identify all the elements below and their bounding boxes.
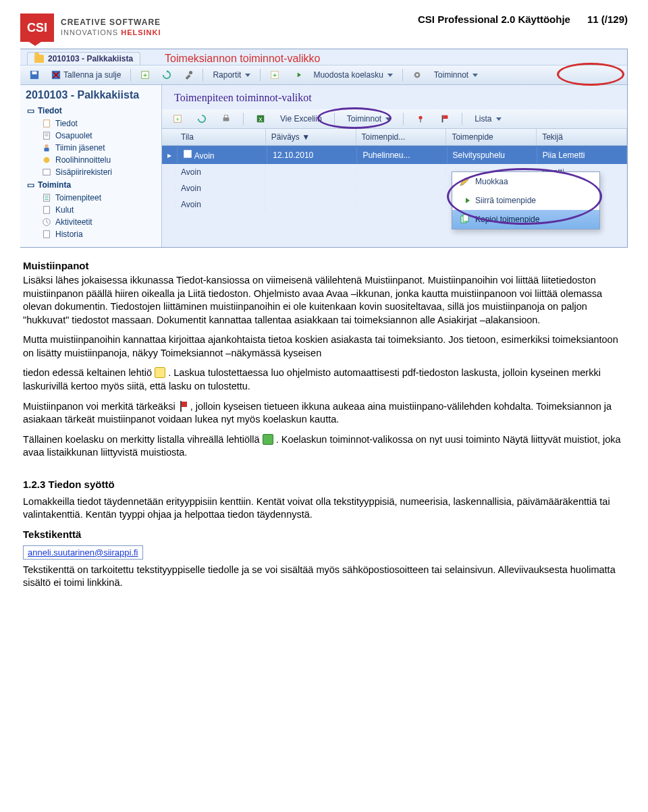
svg-rect-39 — [463, 215, 468, 221]
grid-header-toimenpide[interactable]: Toimenpide — [446, 129, 537, 145]
context-menu-siirra[interactable]: Siirrä toimenpide — [452, 191, 599, 210]
excel-icon[interactable]: X — [250, 112, 271, 126]
save-icon[interactable] — [24, 68, 45, 82]
save-close-label: Tallenna ja sulje — [63, 70, 121, 80]
sidebar: 2010103 - Palkkakiista ▭ Tiedot Tiedot O… — [20, 85, 162, 247]
sidebar-item-label: Kulut — [55, 205, 74, 215]
svg-rect-36 — [443, 115, 448, 119]
chevron-down-icon — [385, 117, 391, 121]
refresh-icon[interactable] — [157, 68, 177, 82]
svg-rect-37 — [184, 151, 192, 158]
sidebar-item-label: Toimenpiteet — [55, 193, 101, 202]
svg-rect-29 — [223, 117, 230, 121]
grid-header-toimenpid[interactable]: Toimenpid... — [356, 129, 447, 145]
svg-rect-26 — [44, 231, 50, 238]
svg-rect-22 — [44, 207, 50, 214]
brand-line2a: INNOVATIONS — [61, 28, 121, 36]
lista-button[interactable]: Lista — [469, 112, 506, 126]
move-icon — [459, 195, 470, 206]
cell-tila: Avoin — [181, 184, 201, 193]
toiminnot-button[interactable]: Toiminnot — [429, 68, 483, 82]
annotation-top: Toimeksiannon toiminnot-valikko — [165, 53, 320, 65]
save-close-button[interactable]: Tallenna ja sulje — [46, 68, 126, 82]
vie-exceliin-button[interactable]: Vie Exceliin — [275, 112, 327, 126]
svg-point-16 — [44, 157, 50, 163]
vie-exceliin-label: Vie Exceliin — [280, 114, 322, 124]
sidebar-item-tiedot[interactable]: Tiedot — [24, 117, 157, 130]
new-icon[interactable]: + — [135, 68, 155, 82]
annotation-side: Toimenpiteen toiminnot-valikot — [162, 89, 627, 109]
window-tab-label: 2010103 - Palkkakiista — [48, 54, 133, 63]
window-tab-bar: 2010103 - Palkkakiista Toimeksiannon toi… — [20, 49, 627, 65]
grid-header-tekija[interactable]: Tekijä — [537, 129, 627, 145]
cell-tila: Avoin — [181, 167, 201, 177]
paragraph-fragment: Tällainen koelasku on merkitty listalla … — [23, 434, 263, 445]
window-tab[interactable]: 2010103 - Palkkakiista — [27, 52, 140, 65]
sidebar-group-label: Toiminta — [38, 180, 71, 190]
svg-rect-10 — [44, 120, 50, 128]
grid-header: Tila Päiväys ▼ Toimenpid... Toimenpide T… — [162, 129, 627, 146]
tools-icon[interactable] — [178, 68, 198, 82]
new-row-icon[interactable]: + — [167, 112, 188, 126]
cell-tekija: Piia Lemetti — [537, 147, 627, 163]
toolbar-sep — [462, 113, 462, 125]
sidebar-item-rooli[interactable]: Roolihinnoittelu — [24, 154, 157, 166]
sidebar-item-kulut[interactable]: Kulut — [24, 204, 157, 216]
brand-line1: CREATIVE SOFTWARE — [61, 18, 161, 27]
flag-icon — [178, 401, 188, 412]
muodosta-button[interactable]: Muodosta koelasku — [308, 68, 398, 82]
grid-row-selected[interactable]: ▸ Avoin 12.10.2010 Puhelinneu... Selvity… — [162, 146, 627, 164]
svg-point-5 — [189, 71, 192, 74]
grid-header-paivays[interactable]: Päiväys ▼ — [266, 129, 356, 145]
sidebar-item-osapuolet[interactable]: Osapuolet — [24, 130, 157, 142]
svg-rect-34 — [420, 119, 421, 122]
sidebar-item-label: Sisäpiirirekisteri — [55, 167, 112, 177]
toolbar-sep — [403, 113, 404, 125]
grid-toiminnot-label: Toiminnot — [347, 114, 381, 124]
svg-rect-30 — [224, 115, 227, 118]
sidebar-group-tiedot[interactable]: ▭ Tiedot — [24, 104, 157, 117]
gear-icon[interactable] — [407, 68, 427, 82]
sidebar-item-toimenpiteet[interactable]: Toimenpiteet — [24, 192, 157, 204]
cell-tila: Avoin — [194, 151, 215, 161]
brand-line2: INNOVATIONS HELSINKI — [61, 27, 161, 37]
toolbar-sep — [402, 69, 403, 81]
yellow-note-icon — [155, 367, 165, 378]
context-menu-muokkaa[interactable]: Muokkaa — [452, 172, 599, 191]
toolbar-sep — [243, 113, 244, 125]
document-body: Muistiinpanot Lisäksi lähes jokaisessa i… — [20, 260, 628, 590]
grid-refresh-icon[interactable] — [192, 112, 212, 126]
chevron-down-icon — [245, 74, 250, 77]
toolbar-sep — [334, 113, 335, 125]
flag-action-icon[interactable] — [435, 112, 455, 126]
grid-toiminnot-button[interactable]: Toiminnot — [342, 112, 396, 126]
context-menu-kopioi[interactable]: Kopioi toimenpide — [452, 210, 599, 229]
context-menu-label: Kopioi toimenpide — [475, 215, 539, 224]
sidebar-item-aktiviteetit[interactable]: Aktiviteetit — [24, 216, 157, 228]
paragraph-fragment: tiedon edessä keltainen lehtiö — [23, 367, 155, 378]
sidebar-group-toiminta[interactable]: ▭ Toiminta — [24, 178, 157, 192]
cell-tila: Avoin — [181, 200, 201, 209]
sidebar-item-label: Historia — [55, 229, 83, 239]
sidebar-item-label: Tiedot — [55, 119, 78, 128]
pin-icon[interactable] — [410, 112, 431, 126]
brand-text: CREATIVE SOFTWARE INNOVATIONS HELSINKI — [61, 18, 161, 38]
sidebar-item-sisapiiri[interactable]: Sisäpiirirekisteri — [24, 166, 157, 178]
muodosta-label: Muodosta koelasku — [313, 70, 383, 80]
svg-text:X: X — [259, 116, 263, 123]
sidebar-item-label: Aktiviteetit — [55, 217, 92, 227]
green-note-icon — [263, 434, 273, 445]
grid-header-tila[interactable]: Tila — [176, 129, 266, 145]
sidebar-item-historia[interactable]: Historia — [24, 228, 157, 240]
raportit-button[interactable]: Raportit — [207, 68, 256, 82]
print-icon[interactable] — [216, 112, 236, 126]
heading-muistiinpanot: Muistiinpanot — [23, 260, 625, 271]
arrow-icon[interactable] — [286, 68, 306, 82]
chevron-down-icon — [473, 74, 478, 77]
sidebar-item-tiimin[interactable]: Tiimin jäsenet — [24, 142, 157, 154]
annotation-circle-red — [557, 63, 624, 86]
paragraph: Mutta muistiinpanoihin kannattaa kirjoit… — [23, 333, 625, 360]
folder-icon — [34, 55, 44, 63]
svg-rect-35 — [442, 115, 443, 123]
add-icon[interactable]: + — [265, 68, 285, 82]
